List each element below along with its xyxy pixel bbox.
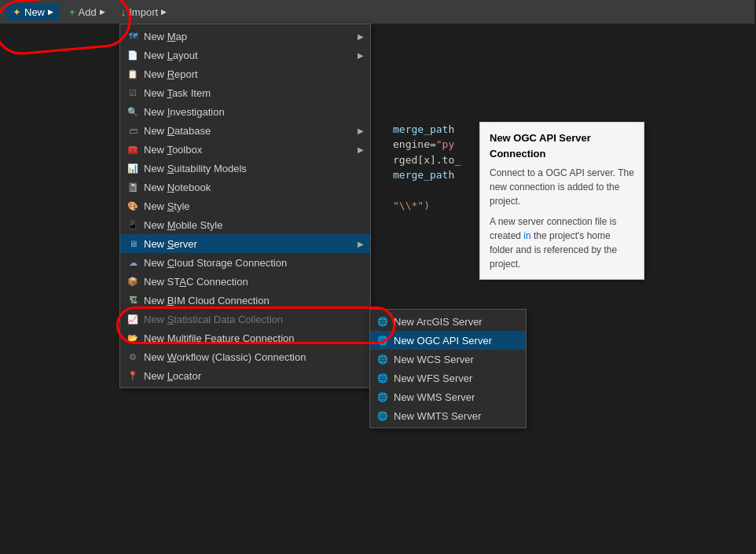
new-server-arrow: ▶ xyxy=(358,240,364,248)
star-icon: ✦ xyxy=(13,6,21,18)
new-wfs-item[interactable]: 🌐 New WFS Server xyxy=(370,369,526,387)
new-locator-label: New Locator xyxy=(144,370,201,382)
stac-icon: 📦 xyxy=(127,275,139,288)
tooltip-paragraph2: A new server connection file is created … xyxy=(490,215,634,271)
new-mobile-style-label: New Mobile Style xyxy=(144,219,222,231)
statistical-icon: 📈 xyxy=(127,313,139,325)
new-notebook-item[interactable]: 📓 New Notebook xyxy=(120,178,370,196)
tooltip-highlight: in xyxy=(523,230,530,241)
new-wms-label: New WMS Server xyxy=(394,391,475,403)
suitability-icon: 📊 xyxy=(127,162,139,174)
import-arrow-icon: ▶ xyxy=(161,8,167,16)
new-style-item[interactable]: 🎨 New Style xyxy=(120,196,370,215)
add-menu-button[interactable]: + Add ▶ xyxy=(63,4,112,20)
import-menu-button[interactable]: ↓ Import ▶ xyxy=(115,4,173,20)
new-task-label: New Task Item xyxy=(144,87,211,99)
new-locator-item[interactable]: 📍 New Locator xyxy=(120,366,370,385)
new-statistical-item[interactable]: 📈 New Statistical Data Collection xyxy=(120,310,370,328)
wfs-icon: 🌐 xyxy=(376,372,389,384)
plus-icon: + xyxy=(69,6,75,18)
new-arrow-icon: ▶ xyxy=(48,8,53,16)
new-map-arrow: ▶ xyxy=(358,32,364,41)
new-statistical-label: New Statistical Data Collection xyxy=(144,314,283,325)
import-label: Import xyxy=(129,6,158,18)
new-menu-button[interactable]: ✦ New ▶ xyxy=(6,4,60,20)
new-layout-label: New Layout xyxy=(144,50,198,61)
new-toolbox-label: New Toolbox xyxy=(144,144,202,156)
server-submenu: 🌐 New ArcGIS Server 🌐 New OGC API Server… xyxy=(369,309,527,428)
cloud-icon: ☁ xyxy=(127,256,139,269)
new-ogc-label: New OGC API Server xyxy=(394,335,492,347)
new-mobile-style-item[interactable]: 📱 New Mobile Style xyxy=(120,215,370,234)
top-menu-bar: ✦ New ▶ + Add ▶ ↓ Import ▶ xyxy=(0,0,754,24)
new-report-item[interactable]: 📋 New Report xyxy=(120,64,370,83)
new-report-label: New Report xyxy=(144,68,198,80)
new-workflow-item[interactable]: ⚙ New Workflow (Classic) Connection xyxy=(120,347,370,366)
mobile-style-icon: 📱 xyxy=(127,218,139,231)
new-submenu: 🗺 New Map ▶ 📄 New Layout ▶ 📋 New Report … xyxy=(119,24,371,388)
new-server-item[interactable]: 🖥 New Server ▶ xyxy=(120,234,370,253)
notebook-icon: 📓 xyxy=(127,181,139,193)
new-label: New xyxy=(24,6,45,18)
new-wfs-label: New WFS Server xyxy=(394,372,472,384)
new-map-item[interactable]: 🗺 New Map ▶ xyxy=(120,27,370,46)
new-style-label: New Style xyxy=(144,200,190,212)
new-wcs-item[interactable]: 🌐 New WCS Server xyxy=(370,350,526,369)
new-arcgis-item[interactable]: 🌐 New ArcGIS Server xyxy=(370,312,526,331)
new-multifile-label: New Multifile Feature Connection xyxy=(144,332,295,344)
multifile-icon: 📂 xyxy=(127,332,139,344)
new-bim-item[interactable]: 🏗 New BIM Cloud Connection xyxy=(120,291,370,310)
new-suitability-item[interactable]: 📊 New Suitability Models xyxy=(120,159,370,178)
new-notebook-label: New Notebook xyxy=(144,182,211,193)
new-cloud-item[interactable]: ☁ New Cloud Storage Connection xyxy=(120,253,370,272)
new-ogc-item[interactable]: 🌐 New OGC API Server xyxy=(370,331,526,350)
bim-icon: 🏗 xyxy=(127,294,139,306)
database-icon: 🗃 xyxy=(127,124,139,137)
workflow-icon: ⚙ xyxy=(127,350,139,363)
add-label: Add xyxy=(79,6,97,18)
new-task-item[interactable]: ☑ New Task Item xyxy=(120,83,370,102)
new-stac-item[interactable]: 📦 New STAC Connection xyxy=(120,272,370,291)
new-map-label: New Map xyxy=(144,31,187,42)
tooltip-popup: New OGC API Server Connection Connect to… xyxy=(479,122,644,280)
wmts-icon: 🌐 xyxy=(376,409,389,422)
wms-icon: 🌐 xyxy=(376,391,389,403)
new-layout-arrow: ▶ xyxy=(358,51,364,60)
new-investigation-item[interactable]: 🔍 New Investigation xyxy=(120,102,370,121)
server-icon: 🖥 xyxy=(127,237,139,250)
toolbox-icon: 🧰 xyxy=(127,143,139,156)
arcgis-icon: 🌐 xyxy=(376,315,389,328)
new-database-label: New Database xyxy=(144,125,211,137)
new-cloud-label: New Cloud Storage Connection xyxy=(144,257,287,269)
new-database-arrow: ▶ xyxy=(358,127,364,135)
ogc-icon: 🌐 xyxy=(376,334,389,347)
new-layout-item[interactable]: 📄 New Layout ▶ xyxy=(120,46,370,64)
tooltip-paragraph1: Connect to a OGC API server. The new con… xyxy=(490,166,634,208)
new-toolbox-item[interactable]: 🧰 New Toolbox ▶ xyxy=(120,140,370,159)
new-wms-item[interactable]: 🌐 New WMS Server xyxy=(370,387,526,406)
new-wmts-item[interactable]: 🌐 New WMTS Server xyxy=(370,406,526,425)
new-toolbox-arrow: ▶ xyxy=(358,145,364,154)
import-icon: ↓ xyxy=(121,6,127,18)
layout-icon: 📄 xyxy=(127,49,139,61)
investigation-icon: 🔍 xyxy=(127,105,139,118)
wcs-icon: 🌐 xyxy=(376,353,389,365)
locator-icon: 📍 xyxy=(127,369,139,382)
new-wmts-label: New WMTS Server xyxy=(394,410,481,422)
task-icon: ☑ xyxy=(127,86,139,99)
new-bim-label: New BIM Cloud Connection xyxy=(144,295,270,306)
new-investigation-label: New Investigation xyxy=(144,106,225,118)
add-arrow-icon: ▶ xyxy=(100,8,105,16)
new-stac-label: New STAC Connection xyxy=(144,276,248,288)
tooltip-title: New OGC API Server Connection xyxy=(490,130,634,161)
new-arcgis-label: New ArcGIS Server xyxy=(394,316,483,328)
new-server-label: New Server xyxy=(144,238,197,250)
report-icon: 📋 xyxy=(127,68,139,80)
new-multifile-item[interactable]: 📂 New Multifile Feature Connection xyxy=(120,328,370,347)
map-icon: 🗺 xyxy=(127,30,139,42)
new-database-item[interactable]: 🗃 New Database ▶ xyxy=(120,121,370,140)
new-wcs-label: New WCS Server xyxy=(394,354,474,365)
style-icon: 🎨 xyxy=(127,200,139,212)
new-workflow-label: New Workflow (Classic) Connection xyxy=(144,351,306,363)
new-suitability-label: New Suitability Models xyxy=(144,163,247,174)
